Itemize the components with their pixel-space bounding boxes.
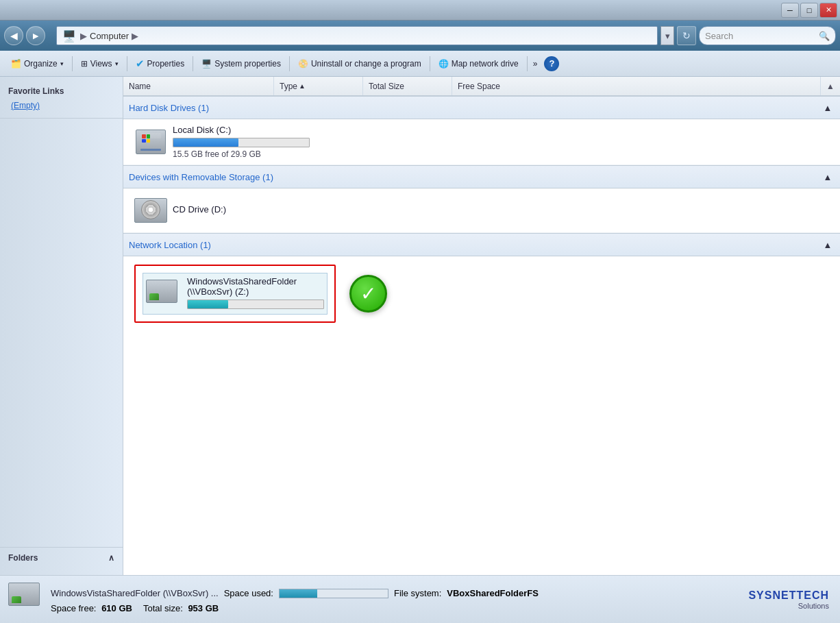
address-icon: 🖥️ [62, 29, 76, 42]
breadcrumb-suffix: ▶ [132, 31, 138, 41]
cd-drive-d-info: CD Drive (D:) [167, 204, 829, 217]
hard-disk-icon [134, 125, 167, 158]
column-headers: Name Type ▲ Total Size Free Space ▲ [123, 77, 840, 96]
filesystem-label: File system: [394, 588, 441, 598]
close-button[interactable]: ✕ [819, 3, 837, 18]
network-location-content: WindowsVistaSharedFolder (\\VBoxSvr) (Z:… [123, 256, 840, 331]
local-disk-c-info: Local Disk (C:) 15.5 GB free of 29.9 GB [167, 125, 829, 159]
titlebar: ─ □ ✕ [0, 0, 840, 21]
sidebar-bottom: Folders ∧ [0, 547, 123, 568]
folders-label: Folders [8, 553, 38, 563]
network-section-header[interactable]: Network Location (1) ▲ [123, 233, 840, 256]
space-used-label: Space used: [224, 588, 273, 598]
network-collapse[interactable]: ▲ [821, 238, 835, 252]
local-disk-c-row[interactable]: Local Disk (C:) 15.5 GB free of 29.9 GB [123, 119, 840, 165]
views-label: Views [90, 59, 112, 69]
hard-disk-collapse[interactable]: ▲ [821, 101, 835, 114]
toolbar: 🗂️ Organize ▾ ⊞ Views ▾ ✔ Properties 🖥️ … [0, 51, 840, 77]
hard-disk-section-header[interactable]: Hard Disk Drives (1) ▲ [123, 96, 840, 119]
local-disk-c-name: Local Disk (C:) [173, 125, 829, 135]
system-properties-button[interactable]: 🖥️ System properties [196, 53, 286, 74]
views-button[interactable]: ⊞ Views ▾ [75, 53, 124, 74]
restore-button[interactable]: □ [800, 3, 818, 18]
removable-section-title[interactable]: Devices with Removable Storage (1) [129, 172, 273, 182]
statusbar: WindowsVistaSharedFolder (\\VBoxSvr) ...… [0, 575, 840, 623]
views-icon: ⊞ [81, 59, 88, 69]
network-section-title[interactable]: Network Location (1) [129, 240, 211, 250]
sysnettech-subtitle: Solutions [748, 602, 829, 610]
sep1 [72, 56, 73, 71]
status-item-name: WindowsVistaSharedFolder (\\VBoxSvr) ... [51, 588, 219, 598]
network-highlight-box: WindowsVistaSharedFolder (\\VBoxSvr) (Z:… [134, 265, 336, 323]
cd-drive-d-name: CD Drive (D:) [173, 204, 829, 215]
removable-collapse[interactable]: ▲ [821, 170, 835, 184]
local-disk-c-stats: 15.5 GB free of 29.9 GB [173, 149, 829, 159]
sep2 [127, 56, 127, 71]
removable-section-header[interactable]: Devices with Removable Storage (1) ▲ [123, 165, 840, 188]
status-progress-fill [280, 589, 317, 598]
uninstall-icon: 📀 [298, 59, 308, 69]
map-drive-button[interactable]: 🌐 Map network drive [433, 53, 524, 74]
folders-toggle[interactable]: Folders ∧ [8, 553, 114, 563]
folders-chevron: ∧ [108, 553, 114, 563]
views-chevron: ▾ [115, 60, 119, 67]
map-drive-icon: 🌐 [438, 59, 449, 69]
help-button[interactable]: ? [544, 56, 559, 71]
network-drive-progress-track [187, 300, 324, 309]
refresh-button[interactable]: ↻ [677, 26, 696, 45]
network-drive-icon [146, 280, 182, 308]
properties-button[interactable]: ✔ Properties [130, 53, 190, 74]
checkmark-badge: ✓ [349, 275, 387, 313]
forward-button[interactable]: ▶ [26, 26, 45, 45]
sysnettech-title: SYSNETTECH [748, 589, 829, 602]
filesystem-value: VBoxSharedFolderFS [447, 588, 539, 598]
address-field[interactable]: 🖥️ ▶ Computer ▶ [56, 26, 658, 45]
uninstall-button[interactable]: 📀 Uninstall or change a program [293, 53, 427, 74]
more-button[interactable]: » [530, 53, 541, 74]
address-text: Computer [90, 31, 129, 41]
search-placeholder: Search [705, 31, 733, 41]
col-collapse[interactable]: ▲ [821, 77, 840, 95]
breadcrumb-prefix: ▶ [80, 31, 87, 41]
col-type[interactable]: Type ▲ [274, 77, 363, 95]
col-name[interactable]: Name [123, 77, 274, 95]
hard-disk-section-title[interactable]: Hard Disk Drives (1) [129, 103, 209, 113]
map-drive-label: Map network drive [452, 59, 519, 69]
cd-drive-icon [134, 194, 167, 227]
system-properties-icon: 🖥️ [201, 59, 212, 69]
cd-drive-d-row[interactable]: CD Drive (D:) [123, 188, 840, 233]
sidebar-title: Favorite Links [0, 84, 123, 99]
local-disk-c-progress-track [173, 138, 310, 147]
status-drive-icon [8, 583, 42, 617]
network-drive-name: WindowsVistaSharedFolder (\\VBoxSvr) (Z:… [187, 276, 324, 297]
sep3 [193, 56, 193, 71]
sysnettech-logo: SYSNETTECH Solutions [748, 589, 832, 610]
local-disk-c-progress-fill [173, 138, 238, 147]
sidebar: Favorite Links (Empty) Folders ∧ [0, 77, 123, 575]
sep4 [289, 56, 290, 71]
sep6 [527, 56, 528, 71]
search-icon: 🔍 [819, 31, 830, 41]
sort-arrow: ▲ [299, 82, 306, 90]
organize-chevron: ▾ [60, 60, 64, 67]
address-dropdown[interactable]: ▾ [660, 26, 674, 45]
search-field[interactable]: Search 🔍 [699, 26, 836, 45]
system-properties-label: System properties [214, 59, 281, 69]
space-free-label: Space free: 610 GB [51, 603, 132, 613]
minimize-button[interactable]: ─ [781, 3, 799, 18]
network-drive-path: (\\VBoxSvr) (Z:) [187, 286, 249, 297]
sidebar-divider [0, 118, 123, 119]
content-area: Name Type ▲ Total Size Free Space ▲ Hard… [123, 77, 840, 575]
main-layout: Favorite Links (Empty) Folders ∧ Name Ty… [0, 77, 840, 575]
sidebar-item-empty[interactable]: (Empty) [0, 99, 123, 112]
organize-button[interactable]: 🗂️ Organize ▾ [5, 53, 69, 74]
status-progress-track [279, 589, 388, 598]
network-drive-progress-fill [188, 300, 228, 308]
network-drive-row[interactable]: WindowsVistaSharedFolder (\\VBoxSvr) (Z:… [143, 273, 328, 315]
col-total-size[interactable]: Total Size [363, 77, 452, 95]
col-free-space[interactable]: Free Space [452, 77, 821, 95]
back-button[interactable]: ◀ [4, 26, 23, 45]
total-size-label: Total size: 953 GB [143, 603, 219, 613]
status-text: WindowsVistaSharedFolder (\\VBoxSvr) ...… [51, 586, 740, 613]
network-drive-info: WindowsVistaSharedFolder (\\VBoxSvr) (Z:… [182, 276, 324, 311]
